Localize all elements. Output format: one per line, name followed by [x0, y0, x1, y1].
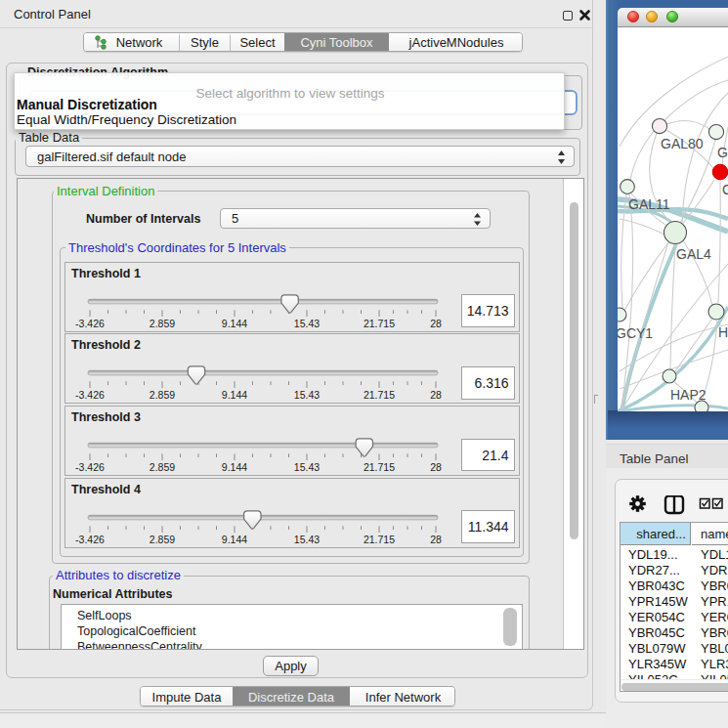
svg-text:GAL11: GAL11 — [628, 196, 670, 212]
svg-text:C: C — [722, 182, 728, 197]
svg-text:HAP2: HAP2 — [670, 387, 707, 403]
svg-text:GAL80: GAL80 — [661, 136, 704, 151]
svg-text:GCY1: GCY1 — [618, 325, 653, 341]
svg-text:GAL4: GAL4 — [676, 246, 711, 262]
svg-text:GA: GA — [717, 145, 728, 160]
svg-text:H: H — [718, 324, 728, 340]
